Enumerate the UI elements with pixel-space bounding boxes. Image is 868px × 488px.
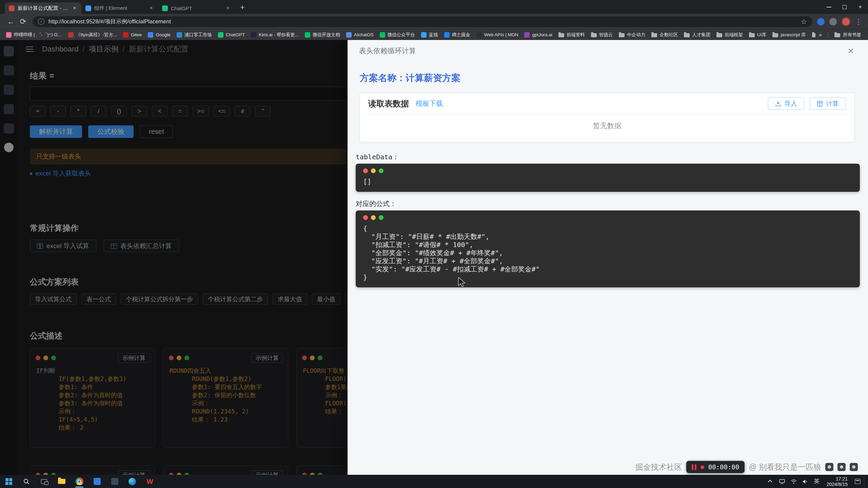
bookmark-item[interactable]: 人才集团 [681,30,713,39]
url-text[interactable]: http://localhost:9528/#/项目示例/officialPla… [48,18,801,25]
new-tab-button[interactable]: + [237,2,248,13]
window-maximize-button[interactable] [837,0,852,14]
windows-logo-icon [5,478,12,485]
bookmark-label: ChatGPT [226,32,245,37]
drawer-header: 表头依赖循环计算 × [348,40,868,62]
address-bar[interactable]: i http://localhost:9528/#/项目示例/officialP… [33,16,812,27]
calculate-button[interactable]: 计算 [810,97,846,110]
taskbar-clock[interactable]: 17:21 2024/8/15 [823,476,851,487]
browser-menu-icon[interactable]: ⋮ [855,18,862,26]
system-tray: 英 17:21 2024/8/15 [766,475,868,488]
maximize-icon [843,5,847,9]
recorder-camera-icon[interactable] [837,463,846,471]
bookmark-item[interactable]: 中企动力 [616,30,648,39]
mouse-cursor [458,277,467,287]
taskbar-search-button[interactable] [18,475,35,488]
drawer-close-icon[interactable]: × [845,45,856,57]
show-desktop-button[interactable] [864,475,866,488]
bookmark-favicon-icon [123,32,129,38]
green-light-icon [379,215,383,220]
window-minimize-button[interactable] [821,0,837,14]
edge-taskbar-button[interactable] [123,475,141,488]
chrome-icon [76,477,83,485]
bookmark-item[interactable]: 《9yin真经》-官方... [65,30,120,39]
bookmark-label: Google [156,32,171,37]
network-icon [791,479,797,484]
tray-display-button[interactable] [777,475,787,488]
extensions-puzzle-icon[interactable] [829,18,837,25]
bookmark-label: 智德云 [599,32,613,38]
file-explorer-button[interactable] [53,475,71,488]
site-info-icon[interactable]: i [38,18,44,25]
tab-close-icon[interactable]: × [224,5,231,12]
bookmark-label: 浦口零工市场 [184,32,212,38]
recorder-overlay: 掘金技术社区 00:00:00 @ 别看我只是一匹狼 [635,461,858,473]
bookmark-label: Gitee [131,32,142,37]
bookmark-item[interactable]: Kimi.ai - 帮你看更... [248,30,301,39]
bookmark-label: 人才集团 [692,32,710,38]
bookmark-label: 蓝猫 [429,32,438,38]
bookmark-star-icon[interactable]: ☆ [801,18,807,26]
bookmark-item[interactable]: Google [145,31,173,39]
notification-center-button[interactable] [852,475,863,488]
drawer-body: 方案名称：计算薪资方案 读取表数据 模板下载 导入 计算 [348,62,868,475]
extension-icon[interactable] [817,18,825,25]
recorder-mic-icon[interactable] [825,463,833,471]
browser-tab[interactable]: 组件 | Element× [81,2,158,14]
ime-indicator[interactable]: 英 [812,475,822,488]
bookmark-item[interactable]: 前端资料 [556,30,588,39]
bookmark-item[interactable]: AIchatOS [343,31,376,39]
tray-expand-button[interactable] [766,475,776,488]
bookmark-item[interactable]: UI库 [746,30,769,39]
bookmark-item[interactable]: gptJora.ai [521,31,555,39]
back-button[interactable]: ← [5,16,17,28]
tab-close-icon[interactable]: × [148,5,155,12]
template-download-link[interactable]: 模板下载 [416,99,443,108]
tray-volume-button[interactable] [800,475,810,488]
task-view-button[interactable] [35,475,53,488]
bookmark-item[interactable]: 前端框架 [714,30,746,39]
bookmark-favicon-icon [305,32,310,38]
bookmark-item[interactable]: 企鹅社区 [649,30,680,39]
plan-name-title: 方案名称：计算薪资方案 [360,72,860,84]
bookmark-item[interactable]: 智德云 [588,30,616,39]
start-button[interactable] [0,475,18,488]
bookmark-item[interactable]: javascript 库 [770,30,808,39]
browser-tab[interactable]: ChatGPT× [158,2,235,14]
tab-close-icon[interactable]: × [71,5,78,12]
bookmark-favicon-icon [476,32,482,38]
bookmark-item[interactable]: 稀土掘金 [441,30,473,39]
green-light-icon [379,168,383,173]
bookmark-item[interactable]: Web APIs | MDN [474,31,521,39]
bookmark-item[interactable]: 蓝猫 [418,30,441,39]
refresh-button[interactable]: ⟳ [17,16,29,28]
folder-icon [716,33,722,37]
chrome-taskbar-button[interactable] [71,475,88,488]
bookmark-item[interactable]: java [809,31,815,39]
tray-network-button[interactable] [789,475,799,488]
bookmark-favicon-icon [444,32,450,38]
profile-avatar[interactable] [842,17,850,26]
recorder-settings-icon[interactable] [850,463,858,471]
app-button-2[interactable] [106,475,123,488]
bookmark-favicon-icon [68,32,74,38]
browser-tab-strip: 新薪计算公式配置 - 《9yin真...×组件 | Element×ChatGP… [0,0,868,14]
wps-taskbar-button[interactable]: W [141,475,159,488]
bookmark-item[interactable]: 哔哩哔哩 ( ゜-゜)つロ... [3,30,65,39]
folder-icon [591,33,597,37]
bookmark-item[interactable]: 微信开放文档 [302,30,343,39]
bookmark-item[interactable]: ChatGPT [215,31,248,39]
app-button-1[interactable] [88,475,106,488]
bookmarks-overflow-chevron[interactable]: » [815,32,825,38]
yellow-light-icon [371,168,376,173]
yellow-light-icon [371,215,376,220]
bookmark-item[interactable]: 浦口零工市场 [174,30,215,39]
pause-icon[interactable] [692,464,696,470]
window-close-button[interactable]: × [852,0,868,14]
minimize-icon [827,7,831,7]
bookmark-item[interactable]: 微信公众平台 [377,30,418,39]
all-bookmarks-button[interactable]: 所有书签 [831,30,865,39]
import-button[interactable]: 导入 [768,97,804,110]
bookmark-item[interactable]: Gitee [120,31,144,39]
browser-tab[interactable]: 新薪计算公式配置 - 《9yin真...× [5,2,81,14]
